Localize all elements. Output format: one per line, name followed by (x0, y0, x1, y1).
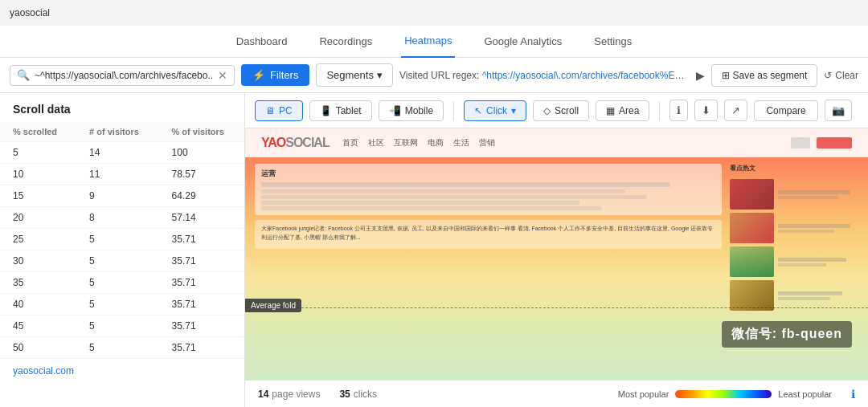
table-row: 25 5 35.71 (0, 229, 244, 250)
nav-item-google-analytics[interactable]: Google Analytics (481, 26, 565, 58)
scroll-label: Scroll (555, 105, 579, 116)
col-header-pct-visitors: % of visitors (159, 122, 244, 142)
table-row: 40 5 35.71 (0, 294, 244, 315)
heatmap-area: YAOSOCIAL 首页 社区 互联网 电商 生活 营销 (245, 128, 868, 380)
main-layout: Scroll data % scrolled # of visitors % o… (0, 93, 868, 407)
site-nav-item: 营销 (479, 137, 495, 149)
pc-view-button[interactable]: 🖥 PC (255, 100, 303, 121)
scroll-view-button[interactable]: ◇ Scroll (533, 100, 589, 121)
table-row: 50 5 35.71 (0, 337, 244, 359)
search-icon: 🔍 (17, 69, 30, 81)
camera-button[interactable]: 📷 (825, 100, 852, 121)
sidebar-footer-link[interactable]: yaosocial.com (0, 359, 244, 383)
chevron-down-icon: ▾ (377, 69, 383, 81)
footer-info-icon[interactable]: ℹ (851, 388, 855, 401)
area-label: Area (619, 105, 639, 116)
cell-pct-visitors: 35.71 (159, 272, 244, 294)
average-fold-line (245, 307, 868, 308)
nav-item-heatmaps[interactable]: Heatmaps (401, 26, 455, 58)
article-thumbnails (730, 179, 858, 311)
compare-label: Compare (766, 105, 805, 116)
tablet-label: Tablet (336, 105, 362, 116)
click-chevron: ▾ (511, 105, 516, 116)
filters-button[interactable]: ⚡ Filters (241, 64, 309, 86)
nav-item-settings[interactable]: Settings (591, 26, 635, 58)
cell-pct-visitors: 64.29 (159, 185, 244, 207)
watermark: 微信号: fb-queen (722, 321, 852, 348)
tablet-view-button[interactable]: 📱 Tablet (309, 100, 372, 121)
nav-bar: Dashboard Recordings Heatmaps Google Ana… (0, 26, 868, 58)
site-nav-item: 首页 (342, 137, 358, 149)
cursor-icon: ↖ (474, 105, 482, 116)
search-input-wrap[interactable]: 🔍 ✕ (10, 65, 235, 86)
filters-label: Filters (270, 69, 298, 81)
toolbar-divider-1 (453, 101, 454, 120)
cell-pct-visitors: 35.71 (159, 250, 244, 272)
cell-num-visitors: 5 (76, 315, 158, 337)
cell-pct-visitors: 78.57 (159, 164, 244, 185)
url-arrow-button[interactable]: ▶ (696, 69, 705, 82)
mobile-icon: 📲 (389, 105, 401, 116)
share-button[interactable]: ↗ (724, 100, 747, 121)
article-body: 大家Facebook jungle记者: Facebook 公司王支支团黑, 依… (255, 220, 722, 249)
left-column: 运营 大家Facebook jungle记者: Face (255, 164, 722, 373)
site-nav-item: 电商 (428, 137, 444, 149)
site-nav-item: 社区 (368, 137, 384, 149)
segments-button[interactable]: Segments ▾ (316, 63, 393, 87)
area-view-button[interactable]: ▦ Area (596, 100, 649, 121)
url-prefix: Visited URL regex: (399, 70, 482, 81)
table-row: 35 5 35.71 (0, 272, 244, 294)
table-row: 45 5 35.71 (0, 315, 244, 337)
mobile-view-button[interactable]: 📲 Mobile (379, 100, 444, 121)
clear-button[interactable]: ↺ Clear (824, 70, 858, 81)
most-popular-label: Most popular (618, 389, 669, 399)
table-row: 30 5 35.71 (0, 250, 244, 272)
clear-label: Clear (835, 70, 858, 81)
search-input[interactable] (35, 70, 213, 81)
info-button[interactable]: ℹ (669, 100, 688, 121)
download-button[interactable]: ⬇ (694, 100, 718, 121)
site-logo: YAOSOCIAL (261, 136, 330, 150)
page-views-value: 14 (258, 389, 268, 400)
cell-pct-scrolled: 15 (0, 185, 76, 207)
tablet-icon: 📱 (320, 105, 332, 116)
nav-item-recordings[interactable]: Recordings (316, 26, 375, 58)
cell-num-visitors: 5 (76, 250, 158, 272)
click-view-button[interactable]: ↖ Click ▾ (464, 100, 526, 121)
popularity-legend: Most popular Least popular (618, 389, 832, 399)
table-row: 15 9 64.29 (0, 185, 244, 207)
scroll-data-table: % scrolled # of visitors % of visitors 5… (0, 122, 244, 359)
cell-num-visitors: 5 (76, 272, 158, 294)
cell-num-visitors: 5 (76, 294, 158, 315)
title-bar: yaosocial (0, 0, 868, 26)
url-link[interactable]: ^https://yaosocial\.com/archives/faceboo… (482, 70, 690, 81)
content-area: 🖥 PC 📱 Tablet 📲 Mobile ↖ Click ▾ ◇ Scrol… (245, 93, 868, 407)
toolbar-divider-2 (659, 101, 660, 120)
compare-button[interactable]: Compare (754, 100, 817, 121)
cell-num-visitors: 11 (76, 164, 158, 185)
cell-pct-scrolled: 20 (0, 207, 76, 229)
cell-pct-visitors: 57.14 (159, 207, 244, 229)
cell-pct-visitors: 35.71 (159, 315, 244, 337)
footer-stats: 14 page views 35 clicks Most popular Lea… (245, 380, 868, 407)
col-header-num-visitors: # of visitors (76, 122, 158, 142)
save-segment-label: Save as segment (733, 70, 808, 81)
url-info: Visited URL regex: ^https://yaosocial\.c… (399, 70, 690, 81)
save-segment-button[interactable]: ⊞ Save as segment (711, 64, 818, 87)
cell-pct-visitors: 35.71 (159, 229, 244, 250)
cell-pct-visitors: 35.71 (159, 294, 244, 315)
table-row: 10 11 78.57 (0, 164, 244, 185)
save-segment-icon: ⊞ (722, 70, 730, 81)
nav-item-dashboard[interactable]: Dashboard (233, 26, 291, 58)
clicks-stat: 35 clicks (339, 389, 377, 400)
cell-pct-scrolled: 10 (0, 164, 76, 185)
search-bar: 🔍 ✕ ⚡ Filters Segments ▾ Visited URL reg… (0, 58, 868, 93)
thumbnail-item (730, 280, 858, 311)
thumbnail-item (730, 213, 858, 243)
site-nav-item: 生活 (453, 137, 469, 149)
area-icon: ▦ (606, 105, 615, 116)
close-icon[interactable]: ✕ (218, 69, 227, 82)
clear-icon: ↺ (824, 70, 832, 81)
thumbnail-item (730, 246, 858, 277)
cell-pct-scrolled: 5 (0, 142, 76, 164)
